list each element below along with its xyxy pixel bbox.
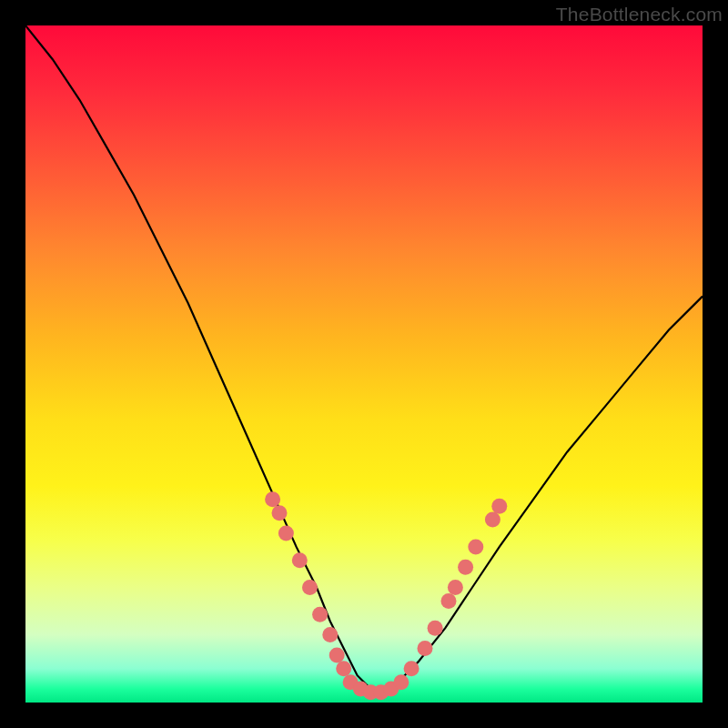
data-dot [393, 674, 409, 690]
data-dot [441, 593, 457, 609]
data-dot [272, 505, 288, 521]
data-dot [418, 641, 433, 656]
attribution-text: TheBottleneck.com [556, 4, 723, 25]
data-dots [265, 491, 507, 700]
data-dot [485, 512, 500, 528]
data-dot [336, 661, 351, 676]
data-dot [458, 560, 473, 575]
plot-area [25, 25, 703, 703]
curve-overlay [25, 25, 703, 703]
data-dot [329, 647, 345, 662]
data-dot [302, 580, 318, 595]
data-dot [491, 499, 507, 514]
data-dot [278, 526, 294, 541]
chart-frame: TheBottleneck.com [0, 0, 728, 728]
data-dot [265, 491, 280, 507]
data-dot [292, 552, 308, 568]
data-dot [468, 539, 483, 554]
data-dot [428, 621, 443, 636]
data-dot [448, 580, 463, 595]
data-dot [404, 661, 420, 676]
bottleneck-curve [25, 25, 703, 689]
data-dot [312, 607, 328, 622]
data-dot [322, 627, 338, 642]
